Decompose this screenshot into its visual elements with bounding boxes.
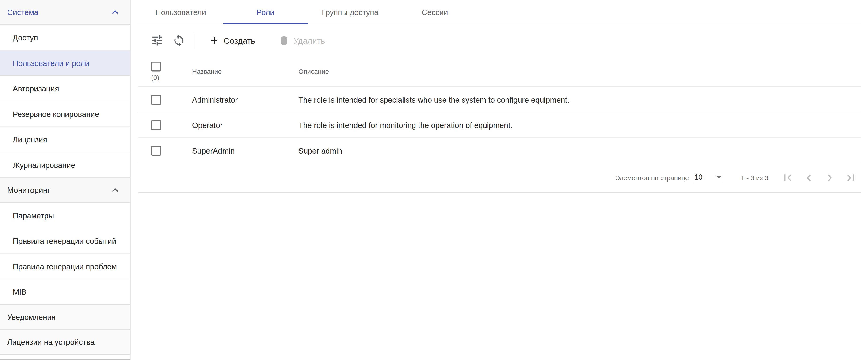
role-name: Operator bbox=[192, 112, 299, 137]
chevron-up-icon bbox=[109, 6, 121, 18]
refresh-button[interactable] bbox=[172, 34, 186, 47]
caret-down-icon bbox=[716, 175, 722, 178]
role-description: The role is intended for specialists who… bbox=[299, 87, 862, 112]
sidebar-item-label: Правила генерации событий bbox=[13, 236, 116, 245]
row-checkbox[interactable] bbox=[151, 120, 161, 130]
first-page-icon bbox=[781, 171, 795, 185]
sidebar-group-monitoring[interactable]: Мониторинг bbox=[0, 178, 130, 203]
previous-page-button[interactable] bbox=[798, 167, 819, 189]
tab-label: Пользователи bbox=[156, 7, 206, 17]
sidebar-item-license[interactable]: Лицензия bbox=[0, 127, 130, 153]
sidebar-group-notifications-label: Уведомления bbox=[7, 312, 56, 322]
refresh-icon bbox=[172, 34, 186, 47]
tab-label: Сессии bbox=[422, 7, 448, 17]
main-content: Пользователи Роли Группы доступа Сессии bbox=[131, 0, 868, 360]
tab-bar: Пользователи Роли Группы доступа Сессии bbox=[138, 0, 862, 24]
select-all-checkbox[interactable] bbox=[151, 61, 161, 72]
sidebar-item-problem-rules[interactable]: Правила генерации проблем bbox=[0, 254, 130, 279]
sidebar-item-label: Пользователи и роли bbox=[13, 58, 89, 67]
sidebar-item-label: MIB bbox=[13, 287, 27, 296]
page-range-label: 1 - 3 из 3 bbox=[741, 174, 768, 182]
filter-icon bbox=[151, 34, 164, 47]
first-page-button[interactable] bbox=[777, 167, 798, 189]
chevron-right-icon bbox=[823, 171, 837, 185]
role-description: The role is intended for monitoring the … bbox=[299, 112, 862, 137]
table-row[interactable]: Operator The role is intended for monito… bbox=[138, 112, 862, 138]
column-header-description[interactable]: Описание bbox=[299, 57, 862, 86]
tab-roles[interactable]: Роли bbox=[223, 0, 308, 24]
tab-users[interactable]: Пользователи bbox=[138, 0, 223, 24]
filter-button[interactable] bbox=[151, 34, 164, 47]
table-row[interactable]: SuperAdmin Super admin bbox=[138, 138, 862, 164]
sidebar-item-event-rules[interactable]: Правила генерации событий bbox=[0, 228, 130, 254]
column-header-name[interactable]: Название bbox=[192, 57, 299, 86]
row-checkbox-cell bbox=[138, 112, 192, 137]
items-per-page-label: Элементов на странице bbox=[615, 174, 689, 182]
role-name: SuperAdmin bbox=[192, 138, 299, 163]
tab-sessions[interactable]: Сессии bbox=[393, 0, 477, 24]
sidebar: Система Доступ Пользователи и роли Автор… bbox=[0, 0, 131, 360]
sidebar-item-mib[interactable]: MIB bbox=[0, 279, 130, 305]
select-all-cell: (0) bbox=[138, 57, 192, 86]
last-page-icon bbox=[844, 171, 858, 185]
sidebar-item-label: Авторизация bbox=[13, 84, 59, 93]
sidebar-group-notifications[interactable]: Уведомления bbox=[0, 305, 130, 330]
create-button[interactable]: Создать bbox=[209, 35, 255, 46]
last-page-button[interactable] bbox=[840, 167, 862, 189]
sidebar-item-label: Доступ bbox=[13, 33, 38, 42]
sidebar-group-device-licenses-label: Лицензии на устройства bbox=[7, 337, 95, 347]
chevron-left-icon bbox=[802, 171, 815, 185]
row-checkbox-cell bbox=[138, 87, 192, 112]
role-name: Administrator bbox=[192, 87, 299, 112]
tab-access-groups[interactable]: Группы доступа bbox=[308, 0, 393, 24]
table-header-row: (0) Название Описание bbox=[138, 57, 862, 87]
trash-icon bbox=[278, 35, 289, 46]
toolbar-divider bbox=[194, 33, 194, 48]
delete-button[interactable]: Удалить bbox=[278, 35, 325, 46]
tab-label: Роли bbox=[256, 7, 274, 17]
sidebar-item-label: Лицензия bbox=[13, 135, 47, 144]
chevron-up-icon bbox=[109, 184, 121, 196]
sidebar-item-users-roles[interactable]: Пользователи и роли bbox=[0, 51, 130, 76]
row-checkbox-cell bbox=[138, 138, 192, 163]
pager-nav bbox=[777, 167, 862, 189]
role-description: Super admin bbox=[299, 138, 862, 163]
toolbar: Создать Удалить bbox=[138, 24, 862, 57]
sidebar-item-logging[interactable]: Журналирование bbox=[0, 153, 130, 178]
sidebar-cutoff-divider bbox=[0, 359, 130, 360]
sidebar-item-label: Журналирование bbox=[13, 160, 75, 169]
sidebar-group-device-licenses[interactable]: Лицензии на устройства bbox=[0, 330, 130, 355]
page-size-value: 10 bbox=[694, 173, 702, 181]
row-checkbox[interactable] bbox=[151, 145, 161, 155]
next-page-button[interactable] bbox=[819, 167, 840, 189]
selection-count: (0) bbox=[151, 74, 159, 82]
sidebar-item-access[interactable]: Доступ bbox=[0, 25, 130, 51]
tab-label: Группы доступа bbox=[322, 7, 379, 17]
sidebar-item-parameters[interactable]: Параметры bbox=[0, 203, 130, 228]
row-checkbox[interactable] bbox=[151, 94, 161, 104]
sidebar-group-system[interactable]: Система bbox=[0, 0, 130, 25]
page-size-select[interactable]: 10 bbox=[694, 173, 722, 183]
sidebar-item-label: Резервное копирование bbox=[13, 109, 99, 118]
table-row[interactable]: Administrator The role is intended for s… bbox=[138, 87, 862, 112]
create-button-label: Создать bbox=[223, 36, 255, 45]
plus-icon bbox=[209, 35, 220, 46]
sidebar-item-backup[interactable]: Резервное копирование bbox=[0, 102, 130, 127]
sidebar-item-label: Правила генерации проблем bbox=[13, 262, 117, 271]
app-window: Система Доступ Пользователи и роли Автор… bbox=[0, 0, 868, 360]
sidebar-item-label: Параметры bbox=[13, 211, 54, 220]
sidebar-item-authorization[interactable]: Авторизация bbox=[0, 76, 130, 102]
paginator: Элементов на странице 10 1 - 3 из 3 bbox=[138, 163, 862, 193]
sidebar-group-system-label: Система bbox=[7, 8, 38, 17]
delete-button-label: Удалить bbox=[293, 36, 325, 45]
sidebar-group-monitoring-label: Мониторинг bbox=[7, 186, 50, 194]
